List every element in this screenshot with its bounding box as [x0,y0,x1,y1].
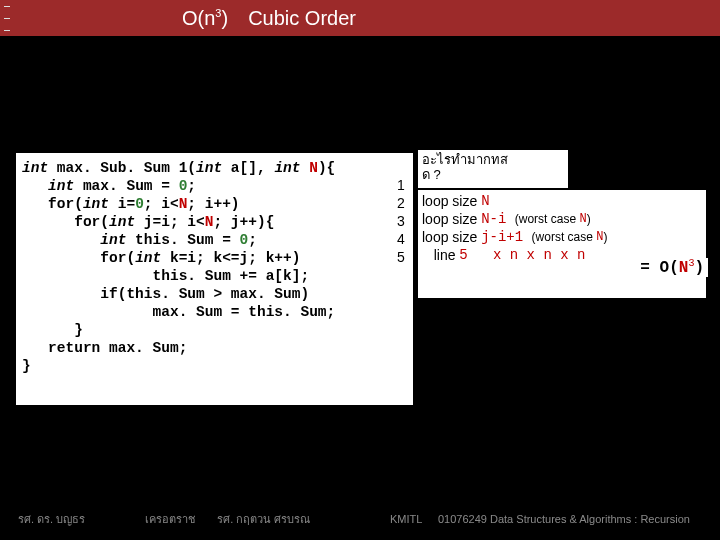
annot-r2d: N [579,210,586,228]
code-l8: if(this. Sum > max. Sum) [22,286,309,302]
bigO-prefix: O(n [182,7,215,29]
footer-course: 01076249 Data Structures & Algorithms : … [438,513,690,525]
footer-author3: รศ. กฤตวน ศรบรณ [217,510,310,528]
lineno-2: 2 [393,194,409,212]
annot-r2b: N-i [481,210,515,228]
code-l3-e: ; i< [144,196,179,212]
code-l5-c: 0 [240,232,249,248]
code-l6-c: k=i; k<=j; k++) [161,250,300,266]
code-l4-e: ; j++){ [213,214,274,230]
annot-r4e: ) [603,228,607,246]
code-l5-a: int [22,232,126,248]
code-l2-d: ; [187,178,196,194]
title-decor [4,0,12,36]
result-O: O( [660,259,679,277]
code-l2-b: max. Sum = [74,178,178,194]
result-eq: = [640,259,659,277]
code-l6-a: for( [22,250,135,266]
code-block: int max. Sub. Sum 1(int a[], int N){ int… [16,153,413,405]
code-l12: } [22,358,31,374]
annot-r5c: x n x n x n [468,246,586,264]
annot-r2a: loop size [422,210,481,228]
footer-institution: KMITL [390,513,422,525]
title-label: Cubic Order [248,7,356,29]
result-bigO: = O(N3) [636,258,708,277]
annot-row-2: loop size N-i (worst case N) [418,210,706,228]
title-bar: O(n3) Cubic Order [0,0,720,36]
question-box: อะไรทำมากทส ด ? [418,150,568,188]
code-l1-b: max. Sub. Sum 1( [48,160,196,176]
code-l1-a: int [22,160,48,176]
code-l1-h: ){ [318,160,335,176]
code-l5-d: ; [248,232,257,248]
annot-r5b: 5 [459,246,467,264]
annot-row-1: loop size N [418,192,706,210]
code-l3-d: 0 [135,196,144,212]
code-l3-c: i= [109,196,135,212]
code-l1-e: int [274,160,300,176]
result-close: ) [694,259,704,277]
code-l4-b: int [109,214,135,230]
annot-row-4: loop size j-i+1 (worst case N) [418,228,706,246]
code-l1-g: N [309,160,318,176]
code-l3-a: for( [22,196,83,212]
lineno-5: 5 [393,248,409,266]
lineno-1: 1 [393,176,409,194]
code-l6-b: int [135,250,161,266]
annot-r4c: (worst case [532,228,597,246]
code-l5-b: this. Sum = [126,232,239,248]
annot-r5a: line [422,246,459,264]
result-N: N [679,259,689,277]
code-l3-g: ; i++) [187,196,239,212]
footer: รศ. ดร. บญธร เครอตราช รศ. กฤตวน ศรบรณ KM… [0,510,720,528]
code-l7: this. Sum += a[k]; [22,268,309,284]
code-l4-a: for( [22,214,109,230]
annot-r4b: j-i+1 [481,228,531,246]
title-gap [228,7,248,29]
code-l9: max. Sum = this. Sum; [22,304,335,320]
question-line1: อะไรทำมากทส [422,152,564,167]
code-l2-a: int [22,178,74,194]
annot-r2e: ) [587,210,591,228]
annot-r1b: N [481,192,489,210]
lineno-3: 3 [393,212,409,230]
code-l1-f [300,160,309,176]
code-l1-c: int [196,160,222,176]
annot-r4a: loop size [422,228,481,246]
code-l3-b: int [83,196,109,212]
footer-author2: เครอตราช [145,510,195,528]
annot-r2c: (worst case [515,210,580,228]
annot-r1a: loop size [422,192,481,210]
code-l11: return max. Sum; [22,340,187,356]
code-l1-d: a[], [222,160,274,176]
line-number-column: 1 2 3 4 5 [393,176,409,266]
code-l10: } [22,322,83,338]
footer-author1: รศ. ดร. บญธร [18,510,85,528]
annot-r4d: N [596,228,603,246]
question-line2: ด ? [422,167,564,182]
lineno-4: 4 [393,230,409,248]
annotation-box: loop size N loop size N-i (worst case N)… [418,190,706,298]
code-l4-c: j=i; i< [135,214,205,230]
slide-title: O(n3) Cubic Order [182,7,356,30]
